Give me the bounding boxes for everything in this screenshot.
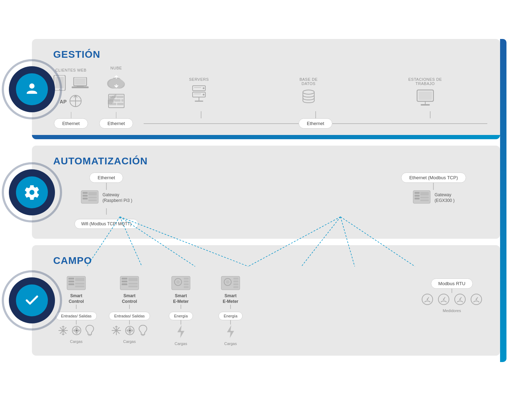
eth-pill-1: Ethernet: [54, 118, 88, 129]
smart-control-1-label: SmartControl: [69, 293, 84, 304]
meter-4-icon: [470, 293, 483, 307]
svg-rect-48: [415, 198, 420, 199]
estaciones-label: ESTACIONES DETRABAJO: [408, 77, 442, 86]
svg-rect-46: [415, 192, 420, 194]
svg-rect-109: [233, 283, 238, 285]
automatizacion-title: AUTOMATIZACIÓN: [53, 156, 487, 167]
svg-rect-108: [233, 281, 238, 282]
fan-2-icon: [124, 325, 135, 337]
meter-3-icon: [454, 293, 466, 307]
svg-rect-35: [419, 91, 432, 100]
gateway-egx-icon: [412, 190, 431, 205]
svg-rect-101: [184, 283, 189, 285]
gestion-title: GESTIÓN: [53, 49, 487, 60]
entradas-salidas-2-pill: Entradas/ Salidas: [109, 312, 150, 320]
svg-rect-82: [122, 283, 127, 285]
right-bar: [500, 39, 506, 362]
svg-rect-51: [420, 199, 429, 201]
workstation-icon: [408, 89, 442, 108]
energia-2-pill: Energía: [218, 312, 243, 320]
svg-point-114: [427, 299, 428, 300]
energia-1-pill: Energía: [169, 312, 193, 320]
smart-emeter-2-label: SmartE-Meter: [223, 293, 238, 304]
bulb-2-icon: [138, 324, 148, 338]
smart-emeter-1-label: SmartE-Meter: [173, 293, 189, 304]
smart-control-2: SmartControl Entradas/ Salidas: [106, 276, 153, 343]
clientes-web-label: CLIENTES WEB: [55, 68, 87, 72]
svg-rect-19: [116, 96, 123, 98]
svg-rect-44: [88, 199, 97, 201]
smart-emeter-2-icon: [221, 276, 240, 292]
smart-control-1-icon: [66, 276, 86, 292]
automatizacion-layer: AUTOMATIZACIÓN Ethernet: [32, 146, 500, 239]
cloud-icon: [106, 73, 127, 92]
eth-pill-right: Ethernet: [299, 118, 332, 129]
svg-point-98: [176, 280, 180, 284]
svg-rect-40: [83, 195, 88, 197]
smart-emeter-2: SmartE-Meter Energía Cargas: [209, 276, 252, 345]
conn-line-2: [116, 112, 116, 118]
svg-rect-100: [184, 281, 189, 282]
bulb-1-icon: [85, 324, 95, 338]
svg-rect-47: [415, 195, 420, 197]
gateway-pi-icon: [81, 190, 99, 205]
svg-point-120: [459, 299, 461, 300]
svg-marker-103: [177, 325, 184, 338]
svg-rect-84: [128, 283, 138, 284]
base-datos-label: BASE DEDATOS: [299, 77, 317, 86]
svg-point-33: [303, 90, 314, 94]
smart-emeter-1-icon: [171, 276, 191, 292]
svg-rect-102: [184, 286, 189, 288]
svg-rect-5: [75, 78, 85, 85]
svg-rect-6: [72, 86, 89, 88]
medidores-label: Medidores: [443, 309, 461, 313]
main-container: GESTIÓN CLIENTES WEB: [32, 39, 500, 362]
cargas-3-label: Cargas: [174, 341, 187, 346]
svg-rect-50: [420, 197, 429, 198]
smart-control-2-icon: [120, 276, 139, 292]
svg-point-117: [443, 299, 444, 300]
database-icon: [299, 89, 317, 108]
svg-rect-49: [420, 192, 429, 196]
svg-rect-24: [117, 103, 123, 105]
meter-2-icon: [437, 293, 450, 307]
svg-point-93: [129, 329, 131, 332]
svg-rect-66: [75, 286, 84, 287]
gateway-egx-label: Gateway (EGX300 ): [434, 192, 455, 204]
svg-rect-21: [114, 99, 121, 102]
ap-icon: [69, 94, 82, 109]
smart-control-2-label: SmartControl: [122, 293, 137, 304]
server-icon: [189, 84, 209, 104]
cargas-2-label: Cargas: [123, 339, 135, 344]
modbus-group: Modbus RTU: [416, 276, 487, 313]
fan-1-icon: [71, 325, 82, 337]
svg-rect-61: [68, 278, 74, 279]
svg-point-0: [29, 83, 35, 89]
svg-point-106: [226, 280, 229, 284]
gestion-bar: [32, 135, 500, 139]
svg-rect-110: [233, 286, 238, 288]
modbus-pill: Modbus RTU: [431, 278, 473, 289]
svg-rect-63: [68, 283, 74, 285]
snowflake-1-icon: [58, 325, 68, 337]
svg-marker-111: [227, 325, 234, 338]
svg-point-123: [476, 299, 477, 300]
eth-pill-2: Ethernet: [99, 118, 133, 129]
svg-rect-62: [68, 281, 74, 282]
svg-rect-39: [83, 192, 88, 194]
cargas-1-label: Cargas: [70, 339, 82, 344]
svg-rect-30: [194, 94, 201, 94]
campo-layer: CAMPO: [32, 245, 500, 355]
meter-1-icon: [421, 293, 434, 307]
gear-icon: [23, 184, 40, 201]
campo-title: CAMPO: [53, 255, 487, 266]
svg-rect-85: [128, 286, 138, 287]
svg-rect-42: [88, 192, 97, 196]
laptop-icon: [72, 77, 89, 92]
eth-pill-auto-left: Ethernet: [89, 173, 123, 183]
svg-rect-65: [75, 283, 84, 284]
entradas-salidas-1-pill: Entradas/ Salidas: [56, 312, 97, 320]
cargas-4-label: Cargas: [224, 341, 237, 346]
nube-label: NUBE: [110, 66, 122, 70]
wifi-pill: Wifi (Modbus TCP/ MQTT): [74, 219, 138, 229]
